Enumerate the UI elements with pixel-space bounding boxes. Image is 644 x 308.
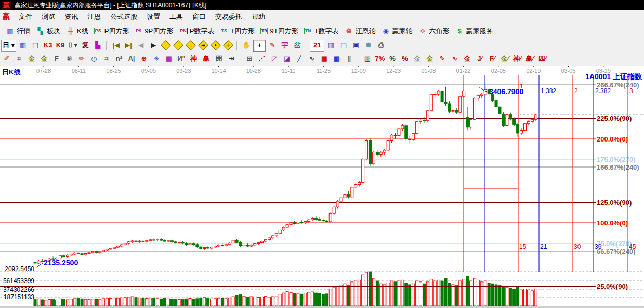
gold-red-line-icon[interactable]: 金 bbox=[462, 54, 473, 65]
pan-hand-icon[interactable]: ✋ bbox=[241, 40, 252, 51]
menu-item-settings[interactable]: 设置 bbox=[142, 12, 165, 21]
toolbar-button-sectors[interactable]: ▚板块 bbox=[36, 27, 60, 36]
percent7-icon[interactable]: 7% bbox=[374, 54, 386, 65]
candle-pen-icon[interactable]: ✎ bbox=[437, 54, 448, 65]
menu-item-trade-entrust[interactable]: 交易委托 bbox=[211, 12, 247, 21]
ying-angle-icon[interactable]: 赢∕ bbox=[524, 54, 535, 65]
layout-icon[interactable]: ▦ bbox=[17, 40, 29, 51]
shen-angle-icon[interactable]: 神∕ bbox=[511, 54, 523, 65]
volume-profile-icon[interactable]: ▙ bbox=[92, 40, 103, 51]
wave-a-icon[interactable]: ∿ bbox=[449, 54, 461, 65]
toolbar-button-9t-square[interactable]: T99T四方形 bbox=[260, 27, 298, 36]
candle bbox=[120, 245, 123, 246]
five-grid-icon[interactable]: ⑤ bbox=[63, 54, 75, 65]
menu-item-browse[interactable]: 浏览 bbox=[37, 12, 60, 21]
gold-line-icon[interactable]: 金 bbox=[424, 54, 436, 65]
toolbar-button-p-number-table[interactable]: PNP数字表 bbox=[179, 27, 214, 36]
brush-icon[interactable]: ✏ bbox=[76, 54, 87, 65]
wave-line-icon[interactable]: ∿ bbox=[306, 54, 318, 65]
prev-bar-icon[interactable]: ◀ bbox=[135, 40, 147, 51]
toolbar-button-gann-wheel[interactable]: ❁江恩轮 bbox=[345, 27, 376, 36]
f-grid-icon[interactable]: F bbox=[51, 54, 62, 65]
percent-line-icon[interactable]: % bbox=[399, 54, 411, 65]
mark-pen-icon[interactable]: ✎ bbox=[267, 40, 278, 51]
f-angle-icon[interactable]: F∕ bbox=[487, 54, 498, 65]
parallel-lines-icon[interactable]: ∥ bbox=[344, 54, 355, 65]
toolbar-button-winner-wheel[interactable]: ◉赢家轮 bbox=[382, 27, 413, 36]
notes-icon[interactable]: ▤ bbox=[338, 40, 349, 51]
world-clock-icon[interactable]: ☸ bbox=[363, 40, 374, 51]
column-tool-icon[interactable]: ▥ bbox=[362, 54, 373, 65]
combine-9-icon[interactable]: K9 bbox=[55, 40, 66, 51]
shade-box-icon[interactable]: ◪ bbox=[281, 54, 293, 65]
gold-angle-icon[interactable]: 金∕ bbox=[499, 54, 510, 65]
fit-view-icon[interactable]: ✦ bbox=[210, 40, 221, 51]
toolbar-button-hexagon[interactable]: ✡六角形 bbox=[418, 27, 450, 36]
target-circle-icon[interactable]: ⊕ bbox=[138, 54, 150, 65]
save-icon[interactable]: ▣ bbox=[350, 40, 362, 51]
toolbar-button-winner-service[interactable]: $赢家服务 bbox=[455, 27, 493, 36]
toolbar-button-t-square[interactable]: TST四方形 bbox=[220, 27, 254, 36]
gann-fan-icon[interactable]: ⋰ bbox=[256, 54, 268, 65]
tool-teal-icon[interactable]: 岔 bbox=[292, 40, 303, 51]
menu-item-help[interactable]: 帮助 bbox=[247, 12, 270, 21]
box-tool-icon[interactable]: ⊞ bbox=[244, 54, 255, 65]
wave-n-icon[interactable]: И" bbox=[176, 54, 187, 65]
crosshair-icon[interactable]: + bbox=[253, 40, 266, 52]
toolbar-button-quotes[interactable]: ▦行情 bbox=[6, 27, 30, 36]
calendar-21-icon[interactable]: 21 bbox=[310, 40, 324, 52]
calculator-icon[interactable]: ▦ bbox=[325, 40, 337, 51]
grid-icon[interactable]: ⌗ bbox=[14, 54, 25, 65]
fan-box-icon[interactable]: ◸ bbox=[269, 54, 280, 65]
menu-item-window[interactable]: 窗口 bbox=[188, 12, 211, 21]
menu-item-formula-select[interactable]: 公式选股 bbox=[106, 12, 142, 21]
menu-item-gann[interactable]: 江恩 bbox=[83, 12, 106, 21]
pan-right-icon[interactable]: → bbox=[173, 40, 184, 51]
trend-line-icon[interactable]: ╱ bbox=[294, 54, 305, 65]
full-view-icon[interactable]: ✛ bbox=[222, 40, 234, 51]
number-grid-icon[interactable]: 囲 bbox=[213, 54, 225, 65]
candle-style-dropdown[interactable]: ⌷ ▾ bbox=[67, 40, 78, 51]
menu-item-file[interactable]: 文件 bbox=[14, 12, 37, 21]
n2-grid-icon[interactable]: n² bbox=[113, 54, 125, 65]
next-bar-icon[interactable]: ▶ bbox=[148, 40, 159, 51]
j-angle-icon[interactable]: J∕ bbox=[474, 54, 485, 65]
si-angle-icon[interactable]: 四∕ bbox=[536, 54, 548, 65]
first-bar-icon[interactable]: |◀ bbox=[110, 40, 122, 51]
density-grid-icon[interactable]: ⌗ bbox=[101, 54, 112, 65]
square-set-icon[interactable]: ▦ bbox=[163, 54, 175, 65]
toolbar-button-kline[interactable]: ╫K线 bbox=[66, 27, 88, 36]
shen-grid-icon[interactable]: 神 bbox=[188, 54, 200, 65]
kline-chart[interactable]: 07-2808-1108-2509-0909-2310-1410-2811-11… bbox=[0, 66, 644, 308]
blue-grid-box-icon[interactable]: ▦ bbox=[331, 54, 343, 65]
gold-grid-icon[interactable]: 金 bbox=[26, 54, 37, 65]
menu-item-news[interactable]: 资讯 bbox=[60, 12, 83, 21]
gann-pen-icon[interactable]: ✐ bbox=[1, 54, 12, 65]
last-bar-icon[interactable]: ▶| bbox=[123, 40, 134, 51]
zoom-in-icon[interactable]: ⇥ bbox=[198, 40, 209, 51]
menu-item-tools[interactable]: 工具 bbox=[165, 12, 188, 21]
red-grid-box-icon[interactable]: ▦ bbox=[319, 54, 330, 65]
zoom-out-icon-glyph: ↔ bbox=[186, 40, 196, 50]
gold-grid2-icon[interactable]: 金 bbox=[38, 54, 50, 65]
text-tool-icon[interactable]: A| bbox=[126, 54, 137, 65]
info-list-icon[interactable]: ▤ bbox=[30, 40, 41, 51]
ying-grid-icon[interactable]: 赢 bbox=[201, 54, 212, 65]
gold-circle-icon[interactable]: 金 bbox=[412, 54, 423, 65]
candles-layer[interactable] bbox=[34, 86, 537, 265]
star-tool-icon[interactable]: ✳ bbox=[151, 54, 162, 65]
combine-3-icon[interactable]: K3 bbox=[42, 40, 54, 51]
toolbar-button-9p-square[interactable]: P99P四方形 bbox=[135, 27, 173, 36]
volume-chart[interactable] bbox=[34, 272, 537, 306]
period-day-dropdown[interactable]: 日 ▾ bbox=[1, 40, 16, 52]
toolbar-button-p-square[interactable]: PSP四方形 bbox=[94, 27, 129, 36]
time-clock-icon[interactable]: ◷ bbox=[88, 54, 100, 65]
print-icon[interactable]: ⎙ bbox=[375, 40, 387, 51]
zoom-out-icon[interactable]: ↔ bbox=[185, 40, 196, 51]
tool-purple-icon[interactable]: 宇 bbox=[279, 40, 291, 51]
shift-right-icon[interactable]: ⇥ bbox=[226, 54, 237, 65]
pan-left-icon[interactable]: ← bbox=[160, 40, 172, 51]
toolbar-button-t-number-table[interactable]: TNT数字表 bbox=[304, 27, 339, 36]
restore-icon[interactable]: 复 bbox=[80, 40, 91, 51]
percent-icon[interactable]: % bbox=[387, 54, 398, 65]
